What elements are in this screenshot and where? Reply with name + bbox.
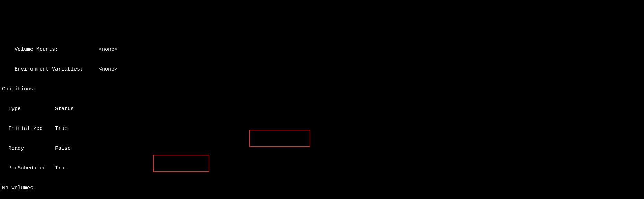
- terminal-line: Initialized True: [2, 125, 642, 132]
- terminal-line: Environment Variables: <none>: [2, 66, 642, 73]
- terminal-line: Ready False: [2, 145, 642, 152]
- terminal-line: No volumes.: [2, 185, 642, 191]
- terminal-line: Volume Mounts: <none>: [2, 46, 642, 53]
- highlight-box-1: [249, 130, 310, 147]
- terminal-line: PodScheduled True: [2, 165, 642, 172]
- terminal-line: Conditions:: [2, 86, 642, 92]
- terminal-line: Type Status: [2, 106, 642, 112]
- terminal-output: Volume Mounts: <none> Environment Variab…: [0, 33, 644, 199]
